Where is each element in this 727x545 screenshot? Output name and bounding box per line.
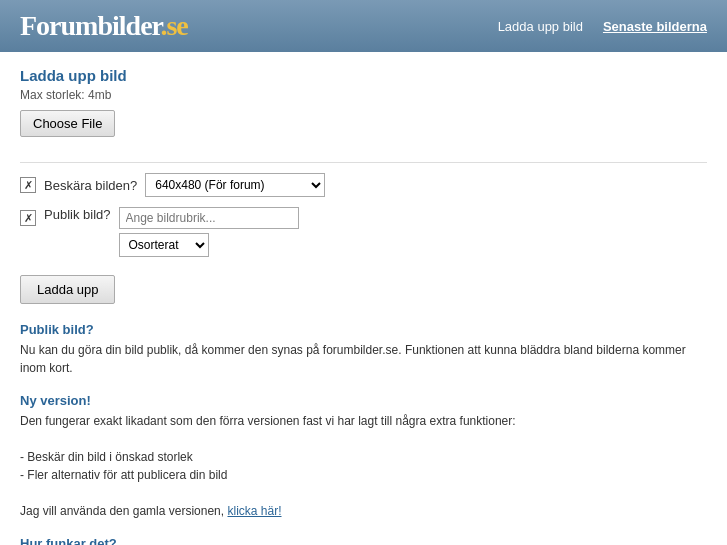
section-how-it-works: Hur funkar det? Välj bild på din dator, …: [20, 536, 707, 545]
sort-select[interactable]: Osorterat: [119, 233, 209, 257]
crop-label: Beskära bilden?: [44, 178, 137, 193]
choose-file-button[interactable]: Choose File: [20, 110, 115, 137]
new-version-line-2: - Beskär din bild i önskad storlek: [20, 450, 193, 464]
upload-button[interactable]: Ladda upp: [20, 275, 115, 304]
section-new-version-title: Ny version!: [20, 393, 707, 408]
logo-main: Forumbilder: [20, 10, 160, 41]
divider-1: [20, 162, 707, 163]
header-nav: Ladda upp bild Senaste bilderna: [498, 19, 707, 34]
public-label: Publik bild?: [44, 207, 111, 222]
logo: Forumbilder.se: [20, 10, 188, 42]
old-version-link[interactable]: klicka här!: [227, 504, 281, 518]
crop-checkbox[interactable]: ✗: [20, 177, 36, 193]
crop-select[interactable]: 640x480 (För forum): [145, 173, 325, 197]
section-public: Publik bild? Nu kan du göra din bild pub…: [20, 322, 707, 377]
new-version-line-1: Den fungerar exakt likadant som den förr…: [20, 414, 516, 428]
public-row: ✗ Publik bild? Osorterat: [20, 207, 707, 257]
crop-row: ✗ Beskära bilden? 640x480 (För forum): [20, 173, 707, 197]
new-version-line-3: - Fler alternativ för att publicera din …: [20, 468, 227, 482]
nav-upload-link[interactable]: Ladda upp bild: [498, 19, 583, 34]
section-public-text: Nu kan du göra din bild publik, då komme…: [20, 341, 707, 377]
main-content: Ladda upp bild Max storlek: 4mb Choose F…: [0, 52, 727, 545]
section-new-version-text: Den fungerar exakt likadant som den förr…: [20, 412, 707, 520]
section-how-title: Hur funkar det?: [20, 536, 707, 545]
header: Forumbilder.se Ladda upp bild Senaste bi…: [0, 0, 727, 52]
public-checkbox[interactable]: ✗: [20, 210, 36, 226]
nav-latest-link[interactable]: Senaste bilderna: [603, 19, 707, 34]
section-public-title: Publik bild?: [20, 322, 707, 337]
logo-se: se: [166, 10, 187, 41]
section-new-version: Ny version! Den fungerar exakt likadant …: [20, 393, 707, 520]
public-inputs: Osorterat: [119, 207, 299, 257]
file-input-wrapper[interactable]: Choose File: [20, 110, 707, 152]
max-size-label: Max storlek: 4mb: [20, 88, 707, 102]
title-input[interactable]: [119, 207, 299, 229]
page-title: Ladda upp bild: [20, 67, 707, 84]
new-version-line-4: Jag vill använda den gamla versionen,: [20, 504, 224, 518]
